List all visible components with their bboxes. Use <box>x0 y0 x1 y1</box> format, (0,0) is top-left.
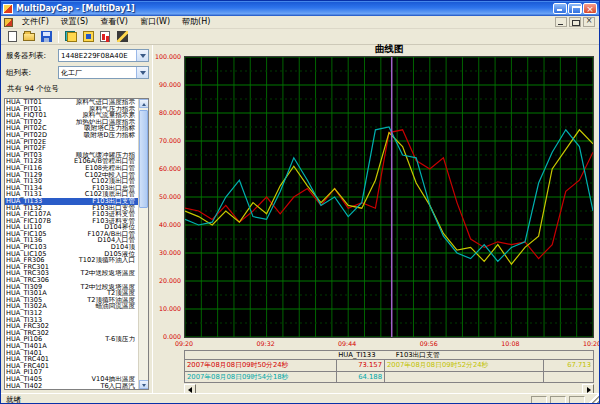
tag-description: 原料气进口温度指示 <box>57 99 148 106</box>
menu-item-3[interactable]: 窗口(W) <box>134 16 176 28</box>
tag-list-item[interactable]: HUA_TRC302 <box>5 330 148 337</box>
tag-list-item[interactable]: HUA_PIC103D104顶 <box>5 244 148 251</box>
tag-list-item[interactable]: HUA_TRC303T2中送段返塔温度 <box>5 270 148 277</box>
menu-item-4[interactable]: 帮助(H) <box>176 16 216 28</box>
resize-grip[interactable] <box>588 394 599 404</box>
edit-trend-button[interactable] <box>114 30 130 44</box>
tag-list-item[interactable]: HUA_TI129C102中段入口管 <box>5 172 148 179</box>
tag-description: T2顶温度 <box>57 290 148 297</box>
trend-plot[interactable] <box>184 56 594 338</box>
child-minimize-button[interactable] <box>555 17 567 27</box>
child-restore-button[interactable] <box>569 17 581 27</box>
tag-list-item[interactable]: HUA_TI136D104入口管 <box>5 237 148 244</box>
tag-list-item[interactable]: HUA_FRC302 <box>5 323 148 330</box>
group-list-combobox[interactable]: 化工厂 <box>58 66 149 79</box>
tag-list-item[interactable]: HUA_TI309T2中过段返塔温度 <box>5 284 148 291</box>
copy-trend-button[interactable] <box>63 30 79 44</box>
tag-list-item[interactable]: HUA_LI110D104界位 <box>5 224 148 231</box>
tag-list-item[interactable]: HUA_TI401 <box>5 350 148 357</box>
server-list-combobox[interactable]: 1448E229F08A40E <box>58 49 149 62</box>
tag-list-item[interactable]: HUA_FRC301 <box>5 264 148 271</box>
tag-list-item[interactable]: HUA_PI107 <box>5 369 148 376</box>
tag-name: HUA_TIT02 <box>5 119 57 126</box>
app-icon[interactable] <box>3 4 13 14</box>
tag-listbox[interactable]: HUA_TIT01原料气进口温度指示HUA_PIT01原料气压力指示HUA_FI… <box>4 98 149 390</box>
tag-name: HUA_TI313 <box>5 317 57 324</box>
tag-name: HUA_FIC107B <box>5 218 57 225</box>
open-file-button[interactable] <box>21 30 37 44</box>
tag-list-item[interactable]: HUA_TI401A <box>5 343 148 350</box>
tag-list-item[interactable]: HUA_PI106T-6顶压力 <box>5 336 148 343</box>
menu-item-2[interactable]: 查看(V) <box>94 16 134 28</box>
minimize-button[interactable] <box>553 3 567 14</box>
legend-value <box>544 372 593 382</box>
tag-list-item[interactable]: HUA_TIT02加热炉出口温度指示 <box>5 119 148 126</box>
x-tick-label: 09:44 <box>338 340 356 347</box>
legend-value: 67.713 <box>544 360 593 371</box>
tag-description: T2中过段返塔温度 <box>57 284 148 291</box>
tag-list-item[interactable]: HUA_FIC105F107A/B出口管 <box>5 231 148 238</box>
tag-list-item[interactable]: HUA_PIT02C吸附塔C压力指标 <box>5 125 148 132</box>
tag-list-item[interactable]: HUA_FIC107BF103进料支管 <box>5 218 148 225</box>
tag-list-item[interactable]: HUA_TI133F103出口支管 <box>5 198 148 205</box>
scroll-down-icon[interactable] <box>139 380 149 389</box>
tag-description <box>57 310 148 317</box>
tag-list-item[interactable]: HUA_TI128E106A/B管程出口管 <box>5 158 148 165</box>
scrollbar-thumb[interactable] <box>139 110 148 208</box>
tag-list-item[interactable]: HUA_TI402T6入口蒸汽 <box>5 383 148 390</box>
legend-value: 64.188 <box>337 372 385 382</box>
status-panel <box>550 396 566 404</box>
chevron-down-icon[interactable] <box>136 67 148 78</box>
tag-list-item[interactable]: HUA_PIT02F <box>5 145 148 152</box>
child-close-button[interactable] <box>583 17 595 27</box>
tag-name: HUA_TI134 <box>5 185 57 192</box>
tag-name: HUA_TI402 <box>5 383 57 390</box>
x-tick-label: 09:32 <box>257 340 275 347</box>
tag-list-item[interactable]: HUA_TI301AT2顶温度 <box>5 290 148 297</box>
save-file-button[interactable] <box>38 30 54 44</box>
new-file-button[interactable] <box>4 30 20 44</box>
tag-list-item[interactable]: HUA_FIC107AF103进料支管 <box>5 211 148 218</box>
tag-list-item[interactable]: HUA_TI134F103出口总管 <box>5 185 148 192</box>
tag-name: HUA_TRC303 <box>5 270 57 277</box>
tag-list-item[interactable]: HUA_PIT03顺放气缓冲罐压力指 <box>5 152 148 159</box>
tag-list-item[interactable]: HUA_TI130C102顶出口管 <box>5 178 148 185</box>
tag-list-item[interactable]: HUA_TRC401 <box>5 356 148 363</box>
tag-description: C102顶出口管 <box>57 178 148 185</box>
tag-list-item[interactable]: HUA_PIT02E <box>5 139 148 146</box>
tag-list-item[interactable]: HUA_TI302A蜡油回流温度 <box>5 303 148 310</box>
maximize-button[interactable] <box>568 3 582 14</box>
tag-description: 吸附塔C压力指标 <box>57 125 148 132</box>
tag-list-item[interactable]: HUA_TIT01原料气进口温度指示 <box>5 99 148 106</box>
tag-list-item[interactable]: HUA_LIC105D105液位 <box>5 251 148 258</box>
tag-list-item[interactable]: HUA_PIT02D吸附塔D压力指标 <box>5 132 148 139</box>
chevron-down-icon[interactable] <box>136 50 148 61</box>
sidebar: 服务器列表: 1448E229F08A40E 组列表: 化工厂 共有 94 个位… <box>1 45 153 393</box>
document-icon[interactable] <box>4 18 13 27</box>
close-button[interactable] <box>583 3 597 14</box>
tag-list-item[interactable]: HUA_TI313 <box>5 317 148 324</box>
tag-description: C102顶底出口管 <box>57 191 148 198</box>
print-trend-button[interactable] <box>97 30 113 44</box>
list-vertical-scrollbar[interactable] <box>138 99 148 389</box>
tag-list-item[interactable]: HUA_TI131C102顶底出口管 <box>5 191 148 198</box>
view-grid-button[interactable] <box>80 30 96 44</box>
tag-list-item[interactable]: HUA_FI116E108壳程出口管 <box>5 165 148 172</box>
tag-list-item[interactable]: HUA_TI405V104抽出温度 <box>5 376 148 383</box>
tag-list-item[interactable]: HUA_FIQT01原料气流量指示累 <box>5 112 148 119</box>
tag-list-item[interactable]: HUA_TI132F103出口支管 <box>5 205 148 212</box>
tag-list-item[interactable]: HUA_TRC306 <box>5 277 148 284</box>
tag-list-item[interactable]: HUA_FRC401 <box>5 363 148 370</box>
tag-description: D104界位 <box>57 224 148 231</box>
tag-list-item[interactable]: HUA_PIT01原料气压力指示 <box>5 106 148 113</box>
scroll-up-icon[interactable] <box>139 99 149 108</box>
y-tick-label: 50.000 <box>153 193 181 200</box>
tag-name: HUA_PIT02D <box>5 132 57 139</box>
menu-item-1[interactable]: 设置(S) <box>55 16 94 28</box>
tag-name: HUA_PIT01 <box>5 106 57 113</box>
tag-list-item[interactable]: HUA_TI312 <box>5 310 148 317</box>
menu-item-0[interactable]: 文件(F) <box>16 16 55 28</box>
status-panel <box>531 396 547 404</box>
tag-list-item[interactable]: HUA_TI305T2顶循环油温度 <box>5 297 148 304</box>
tag-list-item[interactable]: HUA_FR306T102顶循环油入口 <box>5 257 148 264</box>
